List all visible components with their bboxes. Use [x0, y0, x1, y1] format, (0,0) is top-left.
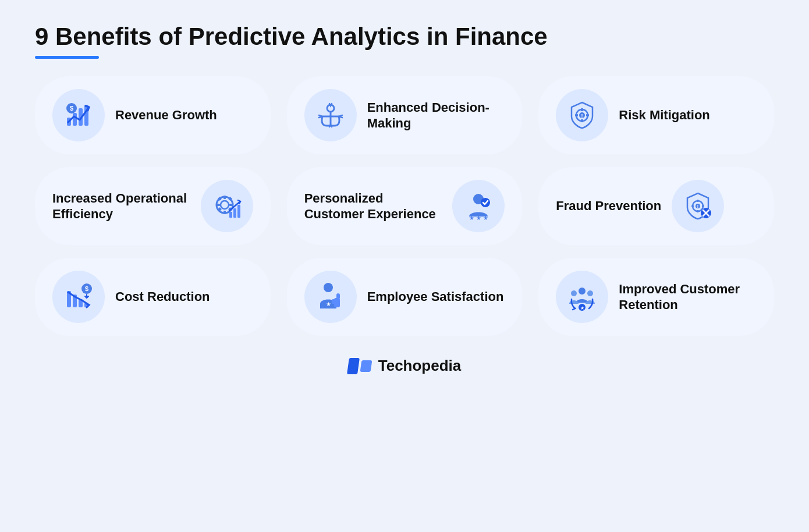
- svg-point-55: [587, 290, 593, 296]
- operational-efficiency-label: Increased Operational Efficiency: [52, 190, 190, 222]
- card-enhanced-decision-making: Enhanced Decision-Making: [287, 76, 523, 154]
- svg-rect-50: [336, 293, 340, 299]
- card-cost-reduction: $ Cost Reduction: [35, 258, 271, 336]
- svg-rect-19: [223, 211, 226, 214]
- page-header: 9 Benefits of Predictive Analytics in Fi…: [35, 23, 774, 59]
- fraud-prevention-icon: !: [672, 180, 724, 232]
- personalized-cx-icon: ★ ★ ★: [452, 180, 505, 232]
- card-improved-customer-retention: ★ Improved Customer Retention: [538, 258, 774, 336]
- cost-reduction-label: Cost Reduction: [115, 289, 210, 305]
- card-revenue-growth: $ Revenue Growth: [35, 76, 271, 154]
- svg-rect-27: [233, 208, 236, 218]
- svg-text:★: ★: [325, 301, 331, 307]
- fraud-prevention-label: Fraud Prevention: [556, 198, 661, 214]
- benefits-grid: $ Revenue Growth Enhanced Decision-Makin…: [35, 76, 774, 336]
- svg-rect-18: [223, 196, 226, 199]
- svg-text:★: ★: [580, 306, 584, 311]
- footer: Techopedia: [35, 357, 774, 375]
- svg-text:$: $: [85, 285, 88, 292]
- svg-point-17: [221, 201, 229, 209]
- logo-block-dark: [347, 358, 360, 374]
- risk-mitigation-label: Risk Mitigation: [619, 107, 709, 123]
- card-employee-satisfaction: ★ Employee Satisfaction: [287, 258, 523, 336]
- svg-rect-34: [697, 200, 699, 202]
- risk-mitigation-icon: !: [556, 89, 608, 141]
- logo-block-light: [360, 360, 372, 372]
- svg-point-53: [579, 288, 586, 295]
- revenue-growth-icon: $: [52, 89, 105, 141]
- svg-rect-20: [217, 204, 220, 206]
- svg-rect-28: [237, 205, 240, 218]
- personalized-cx-label: Personalized Customer Experience: [304, 190, 442, 222]
- svg-rect-21: [229, 204, 233, 206]
- customer-retention-icon: ★: [556, 271, 608, 323]
- svg-rect-36: [691, 205, 694, 207]
- employee-satisfaction-icon: ★: [304, 271, 357, 323]
- svg-rect-12: [581, 119, 583, 122]
- page-title: 9 Benefits of Predictive Analytics in Fi…: [35, 23, 774, 50]
- svg-text:$: $: [70, 105, 73, 112]
- svg-rect-37: [702, 205, 704, 207]
- svg-point-48: [324, 283, 333, 292]
- svg-text:!: !: [697, 204, 698, 208]
- brand-name: Techopedia: [378, 357, 462, 375]
- cost-reduction-icon: $: [52, 271, 105, 323]
- improved-customer-retention-label: Improved Customer Retention: [619, 281, 757, 313]
- svg-point-54: [571, 290, 577, 296]
- svg-text:!: !: [581, 113, 583, 119]
- enhanced-decision-label: Enhanced Decision-Making: [367, 100, 505, 132]
- enhanced-decision-icon: [304, 89, 357, 141]
- svg-rect-14: [586, 114, 589, 116]
- svg-rect-26: [229, 212, 232, 218]
- svg-text:★ ★ ★: ★ ★ ★: [469, 215, 488, 221]
- svg-rect-11: [581, 108, 583, 111]
- employee-satisfaction-label: Employee Satisfaction: [367, 289, 504, 305]
- svg-rect-13: [575, 114, 578, 116]
- brand-logo: [348, 358, 371, 374]
- operational-efficiency-icon: [201, 180, 253, 232]
- svg-rect-51: [332, 299, 335, 304]
- title-underline: [35, 56, 99, 59]
- card-risk-mitigation: ! Risk Mitigation: [538, 76, 774, 154]
- card-personalized-customer-experience: ★ ★ ★ Personalized Customer Experience: [287, 167, 523, 245]
- card-fraud-prevention: ! Fraud Prevention: [538, 167, 774, 245]
- revenue-growth-label: Revenue Growth: [115, 107, 217, 123]
- svg-rect-35: [697, 210, 699, 212]
- card-increased-operational-efficiency: Increased Operational Efficiency: [35, 167, 271, 245]
- svg-rect-1: [73, 113, 77, 126]
